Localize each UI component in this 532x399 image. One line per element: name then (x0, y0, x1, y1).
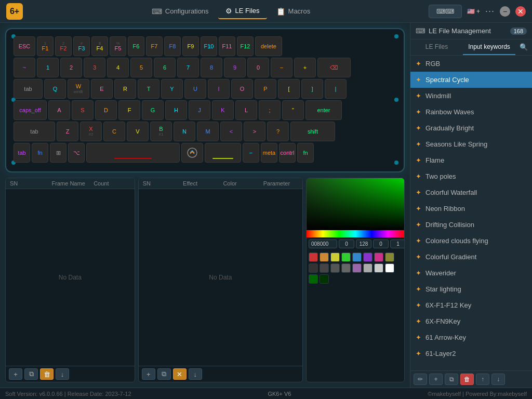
key-alt-left[interactable]: ⌥ (68, 143, 85, 163)
key-f5[interactable]: %F5 (110, 36, 126, 56)
key-shift-right[interactable]: shift (290, 122, 335, 141)
key-ctrl-right[interactable]: contrl (279, 143, 296, 163)
nav-le-files[interactable]: ⚙ LE Files (218, 4, 267, 19)
color-g-input[interactable] (356, 240, 371, 248)
color-r-input[interactable] (339, 240, 354, 248)
key-u[interactable]: U (184, 79, 206, 99)
list-item-6x-fn9key[interactable]: ✦ 6X-FN9Key (410, 313, 532, 329)
swatch-yellow[interactable] (330, 252, 340, 262)
key-y[interactable]: Y (161, 79, 183, 99)
swatch-white[interactable] (385, 263, 394, 273)
rp-add-btn[interactable]: + (429, 374, 443, 385)
swatch-dark3[interactable] (330, 263, 340, 273)
list-item-flame[interactable]: ✦ Flame (410, 152, 532, 168)
key-backspace[interactable]: ⌫ (317, 58, 351, 77)
nav-configurations[interactable]: ⌨ Configurations (144, 4, 216, 19)
key-1[interactable]: 1 (37, 58, 59, 77)
key-z[interactable]: Z (57, 122, 78, 141)
swatch-pink[interactable] (374, 252, 383, 262)
tab-input-keywords[interactable]: Input keywords (463, 39, 515, 55)
list-item-drifting[interactable]: ✦ Drifting Collision (410, 217, 532, 233)
key-b[interactable]: B#1 (150, 122, 172, 141)
key-l[interactable]: L (235, 100, 257, 120)
swatch-olive[interactable] (385, 252, 394, 262)
swatch-dark-green[interactable] (309, 274, 318, 284)
key-4[interactable]: 4 (107, 58, 129, 77)
frames-add-btn[interactable]: + (9, 368, 22, 380)
rp-copy-btn[interactable]: ⧉ (445, 374, 458, 385)
key-f8[interactable]: F8 (164, 36, 181, 56)
swatch-mid1[interactable] (341, 263, 351, 273)
key-v[interactable]: V (127, 122, 149, 141)
swatch-orange[interactable] (320, 252, 329, 262)
key-f7[interactable]: F7 (146, 36, 163, 56)
list-item-waterfall[interactable]: ✦ Colorful Waterfall (410, 184, 532, 201)
key-0[interactable]: 0 (247, 58, 269, 77)
list-item-spectral-cycle[interactable]: ✦ Spectral Cycle (410, 72, 532, 88)
list-item-gradually-bright[interactable]: ✦ Gradually Bright (410, 120, 532, 136)
list-item-seasons[interactable]: ✦ Seasons Like Spring (410, 136, 532, 152)
swatch-blue[interactable] (352, 252, 362, 262)
swatch-dark1[interactable] (309, 263, 318, 273)
swatch-green[interactable] (341, 252, 351, 262)
frames-accent-btn[interactable]: 🗑 (40, 368, 54, 380)
key-esc[interactable]: ESC (14, 36, 35, 56)
key-t[interactable]: T (138, 79, 159, 99)
key-q[interactable]: Q (44, 79, 66, 99)
swatch-darker-green[interactable] (320, 274, 329, 284)
key-space[interactable] (86, 143, 180, 163)
more-button[interactable]: ··· (485, 6, 495, 17)
key-f11[interactable]: F11 (219, 36, 235, 56)
key-s[interactable]: S (72, 100, 94, 120)
key-m[interactable]: M (197, 122, 219, 141)
key-hyphen[interactable]: − (243, 143, 259, 163)
key-fn-left[interactable]: fn (32, 143, 48, 163)
swatch-light2[interactable] (374, 263, 383, 273)
key-quote[interactable]: " (282, 100, 304, 120)
nav-macros[interactable]: 📋 Macros (269, 4, 318, 19)
key-f3[interactable]: #F3 (73, 36, 90, 56)
list-item-rainbow-waves[interactable]: ✦ Rainbow Waves (410, 104, 532, 120)
key-rbracket[interactable]: ] (301, 79, 323, 99)
key-i[interactable]: I (208, 79, 230, 99)
key-3[interactable]: 3 (84, 58, 105, 77)
list-item-colored-clouds[interactable]: ✦ Colored clouds flying (410, 233, 532, 249)
swatch-red[interactable] (309, 252, 318, 262)
key-w[interactable]: Wwin⊞ (68, 79, 89, 99)
effects-add-btn[interactable]: + (142, 368, 155, 380)
tab-le-files[interactable]: LE Files (410, 39, 463, 55)
key-f[interactable]: F (118, 100, 140, 120)
color-a-input[interactable] (390, 240, 405, 248)
key-p[interactable]: P (255, 79, 276, 99)
color-b-input[interactable] (373, 240, 389, 248)
swatch-dark2[interactable] (320, 263, 329, 273)
key-n[interactable]: N (174, 122, 195, 141)
key-f9[interactable]: F9 (182, 36, 199, 56)
key-comma[interactable]: < (220, 122, 242, 141)
list-item-61-layer2[interactable]: ✦ 61-Layer2 (410, 345, 532, 362)
key-k[interactable]: K (212, 100, 234, 120)
list-item-61-arrow[interactable]: ✦ 61 Arrow-Key (410, 329, 532, 345)
key-x[interactable]: X#2 (80, 122, 102, 141)
key-d[interactable]: D (95, 100, 117, 120)
key-j[interactable]: J (189, 100, 210, 120)
key-caps-lock[interactable]: caps_off (14, 100, 47, 120)
search-icon[interactable]: 🔍 (515, 39, 532, 55)
key-slash[interactable]: ? (267, 122, 289, 141)
key-space2[interactable] (205, 143, 241, 163)
key-fn-right[interactable]: fn (297, 143, 314, 163)
key-o[interactable]: O (231, 79, 253, 99)
minimize-button[interactable]: − (500, 6, 510, 17)
key-e[interactable]: E (91, 79, 113, 99)
frames-copy-btn[interactable]: ⧉ (24, 368, 38, 380)
key-8[interactable]: 8 (201, 58, 222, 77)
effects-delete-btn[interactable]: ✕ (173, 368, 187, 380)
color-hex-input[interactable] (309, 240, 337, 248)
frames-down-btn[interactable]: ↓ (56, 368, 69, 380)
key-f2[interactable]: 2F2 (55, 36, 72, 56)
key-minus[interactable]: − (271, 58, 292, 77)
list-item-neon-ribbon[interactable]: ✦ Neon Ribbon (410, 201, 532, 217)
swatch-lavender[interactable] (352, 263, 362, 273)
key-g[interactable]: G (142, 100, 164, 120)
key-ctrl-left[interactable]: tab (14, 143, 30, 163)
